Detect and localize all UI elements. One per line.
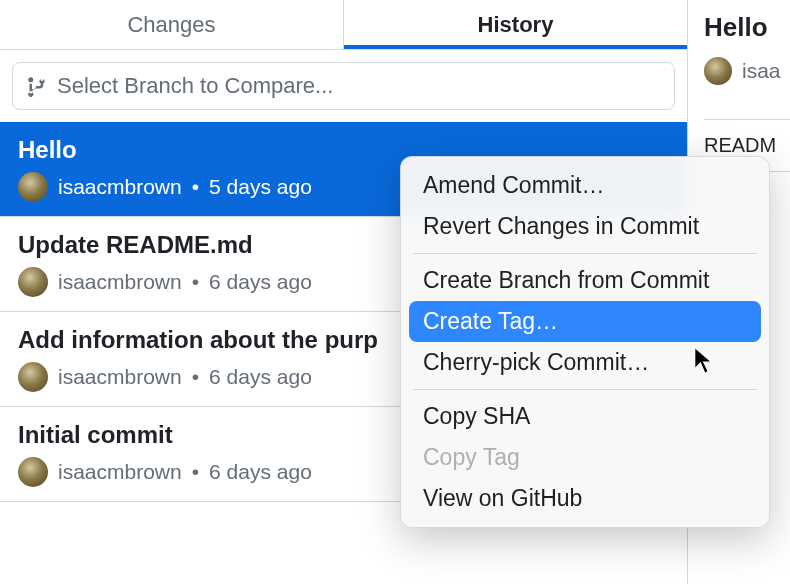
avatar: [18, 362, 48, 392]
avatar: [704, 57, 732, 85]
menu-revert-changes[interactable]: Revert Changes in Commit: [409, 206, 761, 247]
git-branch-icon: [27, 75, 47, 97]
commit-author: isaacmbrown: [58, 365, 182, 389]
menu-create-tag[interactable]: Create Tag…: [409, 301, 761, 342]
branch-compare-placeholder: Select Branch to Compare...: [57, 73, 333, 99]
menu-create-branch[interactable]: Create Branch from Commit: [409, 260, 761, 301]
menu-copy-sha[interactable]: Copy SHA: [409, 396, 761, 437]
tabs: Changes History: [0, 0, 687, 50]
commit-time: 6 days ago: [209, 460, 312, 484]
avatar: [18, 172, 48, 202]
branch-compare-selector[interactable]: Select Branch to Compare...: [12, 62, 675, 110]
commit-context-menu: Amend Commit… Revert Changes in Commit C…: [400, 156, 770, 528]
commit-time: 6 days ago: [209, 270, 312, 294]
menu-separator: [413, 389, 757, 390]
tab-changes[interactable]: Changes: [0, 0, 344, 49]
menu-copy-tag: Copy Tag: [409, 437, 761, 478]
avatar: [18, 267, 48, 297]
detail-author: isaa: [742, 59, 781, 83]
menu-separator: [413, 253, 757, 254]
commit-author: isaacmbrown: [58, 460, 182, 484]
menu-amend-commit[interactable]: Amend Commit…: [409, 165, 761, 206]
detail-title: Hello: [704, 12, 790, 43]
menu-cherry-pick[interactable]: Cherry-pick Commit…: [409, 342, 761, 383]
tab-history[interactable]: History: [344, 0, 687, 49]
commit-author: isaacmbrown: [58, 175, 182, 199]
menu-view-on-github[interactable]: View on GitHub: [409, 478, 761, 519]
commit-author: isaacmbrown: [58, 270, 182, 294]
avatar: [18, 457, 48, 487]
commit-time: 5 days ago: [209, 175, 312, 199]
commit-time: 6 days ago: [209, 365, 312, 389]
